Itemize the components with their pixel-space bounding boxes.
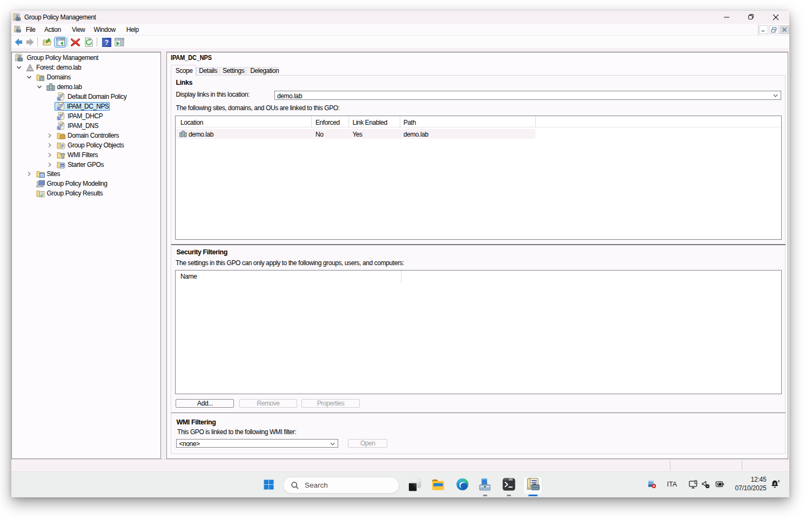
- svg-text:z: z: [778, 480, 780, 483]
- svg-text:?: ?: [105, 39, 109, 46]
- svg-text:z: z: [774, 481, 776, 486]
